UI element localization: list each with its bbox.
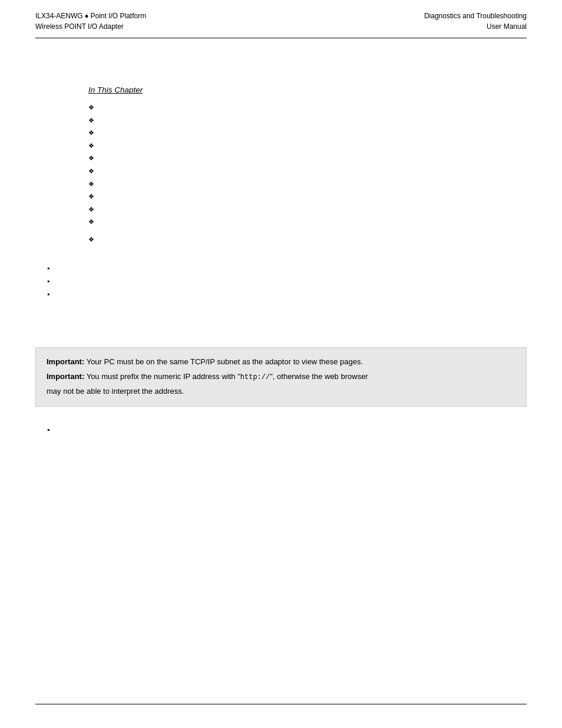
header-left-line2: Wireless POINT I/O Adapter: [35, 21, 146, 32]
important-line2: Important: You must prefix the numeric I…: [47, 371, 515, 383]
list-item: [88, 233, 562, 245]
in-this-chapter-title: In This Chapter: [88, 85, 562, 94]
in-this-chapter-section: In This Chapter: [88, 85, 562, 245]
important-line3: may not be able to interpret the address…: [47, 386, 515, 398]
list-item: [88, 190, 562, 202]
list-item: [88, 216, 562, 228]
important-text-1: Your PC must be on the same TCP/IP subne…: [84, 357, 363, 366]
list-item: [47, 263, 562, 274]
important-text-2b: ", otherwise the web browser: [270, 372, 368, 381]
list-item: [88, 152, 562, 164]
list-item: [88, 165, 562, 177]
important-bold-2: Important:: [47, 372, 84, 381]
footer-divider: [35, 704, 527, 704]
list-item: [88, 203, 562, 215]
important-bold-1: Important:: [47, 357, 84, 366]
list-item: [88, 178, 562, 190]
important-text-2a: You must prefix the numeric IP address w…: [84, 372, 240, 381]
list-item: [88, 101, 562, 113]
square-list-top: [47, 263, 562, 301]
header-right-line2: User Manual: [424, 21, 527, 32]
square-list-bottom: [47, 424, 562, 436]
important-box: Important: Your PC must be on the same T…: [35, 347, 527, 407]
list-item: [88, 127, 562, 139]
list-item: [47, 276, 562, 287]
page-header: ILX34-AENWG ♦ Point I/O Platform Wireles…: [0, 0, 562, 38]
header-right-line1: Diagnostics and Troubleshooting: [424, 11, 527, 21]
header-divider: [35, 38, 527, 38]
header-left-line1: ILX34-AENWG ♦ Point I/O Platform: [35, 11, 146, 21]
list-item: [88, 140, 562, 151]
list-item: [88, 114, 562, 126]
page-container: ILX34-AENWG ♦ Point I/O Platform Wireles…: [0, 0, 562, 728]
important-monospace: http://: [240, 373, 270, 381]
diamond-bullet-list: [88, 101, 562, 245]
header-right: Diagnostics and Troubleshooting User Man…: [424, 11, 527, 32]
important-line1: Important: Your PC must be on the same T…: [47, 356, 515, 368]
list-item: [47, 424, 562, 436]
list-item: [47, 289, 562, 300]
header-left: ILX34-AENWG ♦ Point I/O Platform Wireles…: [35, 11, 146, 32]
